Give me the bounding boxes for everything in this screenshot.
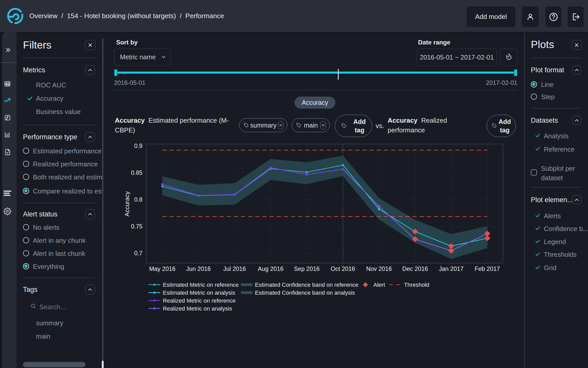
svg-text:0.85: 0.85 [131, 169, 142, 176]
svg-text:Realized Metric on analysis: Realized Metric on analysis [163, 305, 232, 312]
svg-text:Accuracy: Accuracy [124, 191, 130, 217]
svg-text:0.7: 0.7 [134, 250, 142, 257]
svg-text:Sep 2016: Sep 2016 [294, 266, 320, 272]
svg-text:Estimated Metric on analysis: Estimated Metric on analysis [163, 290, 235, 296]
svg-text:Jan 2017: Jan 2017 [439, 266, 464, 272]
svg-text:Aug 2016: Aug 2016 [258, 266, 284, 272]
svg-text:Threshold: Threshold [404, 282, 429, 288]
svg-text:0.9: 0.9 [134, 143, 142, 149]
svg-text:Nov 2016: Nov 2016 [366, 266, 392, 272]
svg-text:Realized Metric on reference: Realized Metric on reference [163, 297, 236, 304]
svg-text:Estimated Confidence band on r: Estimated Confidence band on reference [255, 282, 358, 288]
svg-text:0.75: 0.75 [131, 223, 142, 230]
svg-text:Estimated Metric on reference: Estimated Metric on reference [163, 282, 239, 288]
svg-text:Jun 2016: Jun 2016 [186, 266, 211, 272]
svg-text:May 2016: May 2016 [149, 266, 175, 272]
svg-text:Alert: Alert [373, 282, 385, 288]
svg-text:Feb 2017: Feb 2017 [475, 266, 500, 272]
svg-text:Estimated Confidence band on a: Estimated Confidence band on analysis [255, 290, 355, 296]
svg-text:Oct 2016: Oct 2016 [331, 266, 355, 272]
svg-text:Dec 2016: Dec 2016 [402, 266, 428, 272]
svg-text:0.8: 0.8 [134, 196, 142, 203]
svg-text:Jul 2016: Jul 2016 [223, 266, 246, 272]
